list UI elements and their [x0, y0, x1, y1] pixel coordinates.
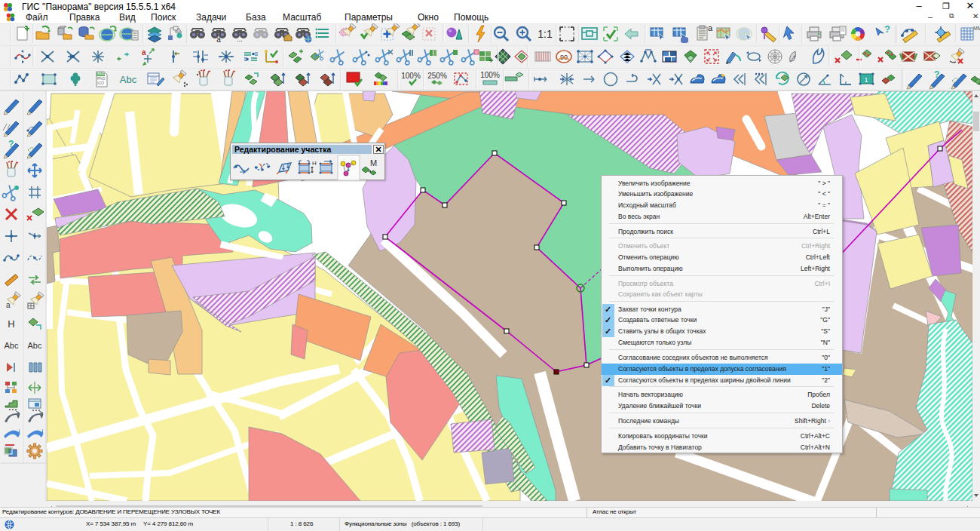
svg-text:?: ?: [884, 23, 890, 35]
svg-text:1:1: 1:1: [537, 28, 553, 40]
svg-text:90: 90: [560, 54, 568, 61]
svg-text:a: a: [708, 23, 713, 32]
svg-text:MM: MM: [973, 26, 980, 31]
svg-text:ICO: ICO: [97, 81, 104, 85]
svg-text:100%: 100%: [480, 71, 500, 79]
svg-text:Abc: Abc: [120, 74, 137, 85]
svg-text:250%: 250%: [427, 72, 447, 80]
svg-text:1: 1: [864, 76, 868, 84]
svg-text:H: H: [8, 318, 14, 330]
svg-text:...: ...: [237, 35, 243, 43]
svg-text:a: a: [142, 48, 146, 57]
svg-text:Abc: Abc: [5, 341, 19, 350]
svg-text:H: H: [312, 160, 317, 167]
svg-text:Abc: Abc: [28, 341, 42, 350]
svg-text:M: M: [370, 158, 377, 167]
svg-text:a: a: [216, 35, 221, 44]
svg-text:100%: 100%: [401, 72, 421, 80]
svg-text:a: a: [6, 301, 11, 309]
